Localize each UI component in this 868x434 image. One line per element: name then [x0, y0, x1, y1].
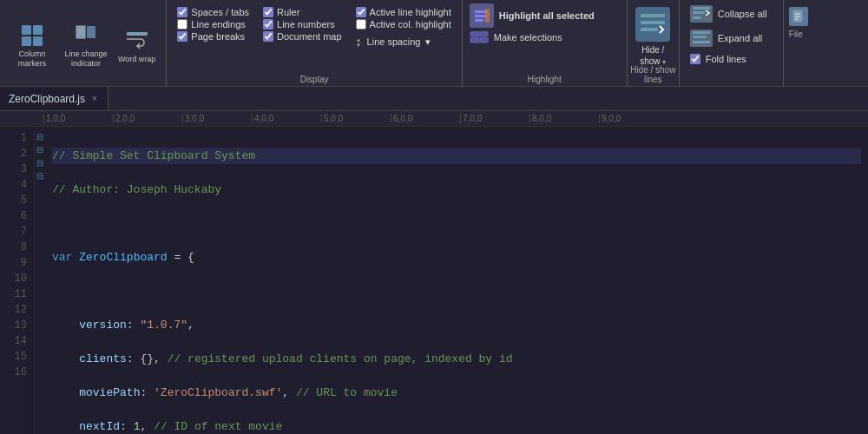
- highlight-items: Make selections: [470, 31, 620, 56]
- file-icon-stack: [789, 7, 808, 26]
- code-line-8: moviePath: 'ZeroClipboard.swf', // URL t…: [52, 385, 861, 402]
- highlight-all-icon: [470, 3, 494, 28]
- word-wrap-label: Word wrap: [118, 55, 155, 64]
- checkboxes-col1: Spaces / tabs Line endings Page breaks: [174, 3, 253, 56]
- collapse-all-button[interactable]: Collapse all: [687, 3, 776, 24]
- svg-rect-22: [693, 7, 710, 10]
- tab-close-button[interactable]: ×: [90, 94, 99, 103]
- svg-rect-10: [127, 32, 148, 36]
- active-col-highlight-checkbox[interactable]: Active col. highlight: [356, 19, 451, 30]
- column-markers-row: Column markers Line change indicator Wor…: [7, 20, 159, 70]
- svg-rect-28: [793, 10, 802, 22]
- line-endings-checkbox[interactable]: Line endings: [177, 19, 249, 30]
- fold-lines-label: Fold lines: [706, 54, 746, 64]
- display-checkboxes-section: Spaces / tabs Line endings Page breaks R…: [167, 0, 462, 86]
- line-change-button[interactable]: Line change indicator: [61, 20, 111, 70]
- svg-rect-17: [471, 38, 478, 42]
- collapse-all-label: Collapse all: [718, 9, 767, 19]
- page-breaks-checkbox[interactable]: Page breaks: [177, 31, 249, 42]
- svg-rect-0: [22, 25, 31, 35]
- svg-rect-21: [641, 28, 658, 31]
- line-change-label: Line change indicator: [64, 49, 108, 69]
- svg-rect-27: [693, 41, 710, 43]
- fold-lines-checkbox[interactable]: [690, 54, 700, 64]
- svg-rect-14: [485, 9, 490, 23]
- fold-marker-11[interactable]: ⊟: [35, 156, 45, 169]
- svg-rect-18: [480, 38, 487, 42]
- code-line-3: [52, 215, 861, 233]
- file-icon-1[interactable]: [789, 7, 808, 26]
- highlight-section: Highlight all selected Make selections H…: [463, 0, 628, 86]
- expand-all-icon: [690, 30, 713, 47]
- svg-rect-3: [33, 36, 43, 46]
- tab-filename: ZeroClipboard.js: [9, 93, 85, 105]
- collapse-all-icon: [690, 5, 713, 23]
- expand-section: Collapse all Expand all Fold lines ·: [680, 0, 784, 86]
- code-line-1: // Simple Set Clipboard System: [52, 148, 861, 165]
- code-area: 12345 678910 1112131415 16 ⊟ ⊟ ⊟ ⊟ // Si…: [0, 127, 868, 434]
- code-line-7: clients: {}, // registered upload client…: [52, 351, 861, 368]
- make-selections-icon: [470, 31, 489, 43]
- spaces-tabs-checkbox[interactable]: Spaces / tabs: [177, 7, 249, 17]
- svg-rect-20: [641, 21, 665, 24]
- checkboxes-col3: Active line highlight Active col. highli…: [352, 3, 455, 62]
- svg-rect-11: [475, 10, 487, 13]
- column-markers-button[interactable]: Column markers: [7, 20, 57, 70]
- ruler-bar: 1,0,0 2,0,0 3,0,0 4,0,0 5,0,0 6,0,0 7,0,…: [0, 111, 868, 127]
- code-line-6: version: "1.0.7",: [52, 317, 861, 334]
- expand-all-button[interactable]: Expand all: [687, 28, 776, 49]
- word-wrap-icon: [123, 27, 151, 55]
- highlight-all-label: Highlight all selected: [499, 10, 595, 21]
- svg-rect-2: [22, 36, 31, 46]
- code-content[interactable]: // Simple Set Clipboard System // Author…: [45, 127, 868, 434]
- code-line-2: // Author: Joseph Huckaby: [52, 181, 861, 199]
- svg-rect-1: [33, 25, 43, 35]
- hide-show-button[interactable]: [635, 7, 670, 42]
- svg-rect-23: [693, 11, 705, 14]
- svg-rect-12: [475, 15, 487, 17]
- file-label: File: [789, 30, 803, 39]
- highlight-all-selected-row[interactable]: Highlight all selected: [470, 3, 620, 28]
- line-numbers: 12345 678910 1112131415 16: [0, 127, 35, 434]
- display-label: Display: [167, 75, 461, 84]
- fold-marker-1[interactable]: ⊟: [35, 130, 45, 143]
- hide-show-label: Hide /: [641, 45, 664, 55]
- code-line-9: nextId: 1, // ID of next movie: [52, 418, 861, 435]
- svg-rect-15: [471, 32, 478, 36]
- document-map-checkbox[interactable]: Document map: [263, 31, 342, 42]
- expand-section-label: ·: [680, 75, 783, 84]
- highlight-section-label: Highlight: [463, 75, 627, 84]
- column-markers-label: Column markers: [10, 49, 54, 69]
- fold-marker-14[interactable]: ⊟: [35, 169, 45, 182]
- fold-gutters: ⊟ ⊟ ⊟ ⊟: [35, 127, 45, 434]
- line-change-icon: [72, 22, 100, 49]
- file-section: File: [784, 0, 813, 86]
- hide-show-section: Hide / show ▾ Hide / show lines: [628, 0, 680, 86]
- ruler-checkbox[interactable]: Ruler: [263, 7, 342, 17]
- code-line-4: var ZeroClipboard = {: [52, 249, 861, 266]
- make-selections-label: Make selections: [494, 32, 562, 43]
- toolbar-icons-section: Column markers Line change indicator Wor…: [0, 0, 167, 86]
- tab-zeroclipboard[interactable]: ZeroClipboard.js ×: [0, 87, 108, 110]
- toolbar: Column markers Line change indicator Wor…: [0, 0, 868, 87]
- svg-rect-24: [693, 16, 701, 19]
- editor-area: ZeroClipboard.js × 1,0,0 2,0,0 3,0,0 4,0…: [0, 87, 868, 434]
- column-markers-icon: [18, 22, 46, 49]
- active-line-highlight-checkbox[interactable]: Active line highlight: [356, 7, 451, 17]
- fold-lines-item[interactable]: Fold lines: [687, 52, 776, 66]
- line-numbers-checkbox[interactable]: Line numbers: [263, 19, 342, 30]
- svg-rect-26: [693, 36, 707, 38]
- hide-show-lines-label: Hide / show lines: [628, 65, 679, 84]
- svg-rect-16: [480, 32, 487, 36]
- checkboxes-col2: Ruler Line numbers Document map: [260, 3, 345, 56]
- tab-bar: ZeroClipboard.js ×: [0, 87, 868, 111]
- svg-rect-13: [475, 19, 483, 22]
- svg-rect-19: [641, 14, 665, 17]
- line-spacing-dropdown[interactable]: ↕ Line spacing ▾: [356, 35, 451, 49]
- code-line-5: [52, 283, 861, 300]
- svg-rect-9: [87, 26, 95, 38]
- make-selections-item[interactable]: Make selections: [470, 31, 620, 43]
- expand-all-label: Expand all: [718, 33, 762, 43]
- word-wrap-button[interactable]: Word wrap: [115, 25, 159, 66]
- fold-marker-4[interactable]: ⊟: [35, 143, 45, 156]
